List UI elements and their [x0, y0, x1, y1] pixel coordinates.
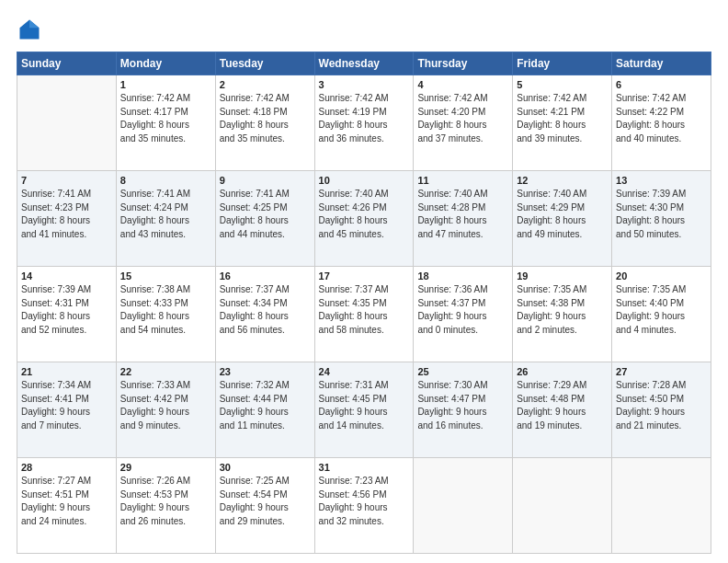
day-info: Sunrise: 7:35 AM Sunset: 4:40 PM Dayligh…	[616, 283, 707, 337]
day-info: Sunrise: 7:42 AM Sunset: 4:22 PM Dayligh…	[616, 92, 707, 145]
header	[17, 17, 711, 42]
day-number: 22	[120, 366, 211, 377]
day-info: Sunrise: 7:34 AM Sunset: 4:41 PM Dayligh…	[21, 379, 112, 432]
calendar-cell: 16Sunrise: 7:37 AM Sunset: 4:34 PM Dayli…	[215, 267, 314, 362]
day-number: 12	[517, 175, 608, 186]
day-info: Sunrise: 7:35 AM Sunset: 4:38 PM Dayligh…	[517, 283, 608, 337]
calendar-cell: 23Sunrise: 7:32 AM Sunset: 4:44 PM Dayli…	[215, 362, 314, 458]
day-number: 6	[616, 79, 707, 90]
day-number: 31	[319, 462, 410, 473]
calendar-cell: 8Sunrise: 7:41 AM Sunset: 4:24 PM Daylig…	[116, 171, 215, 267]
day-info: Sunrise: 7:30 AM Sunset: 4:47 PM Dayligh…	[417, 379, 508, 432]
calendar-cell: 5Sunrise: 7:42 AM Sunset: 4:21 PM Daylig…	[513, 75, 612, 171]
calendar-cell: 29Sunrise: 7:26 AM Sunset: 4:53 PM Dayli…	[116, 458, 215, 554]
day-number: 18	[417, 270, 508, 282]
day-number: 11	[417, 175, 508, 186]
day-info: Sunrise: 7:25 AM Sunset: 4:54 PM Dayligh…	[220, 475, 311, 528]
day-info: Sunrise: 7:42 AM Sunset: 4:18 PM Dayligh…	[220, 92, 311, 145]
weekday-header-saturday: Saturday	[612, 52, 711, 75]
calendar-table: SundayMondayTuesdayWednesdayThursdayFrid…	[17, 52, 711, 554]
day-number: 8	[120, 175, 211, 186]
calendar-cell: 10Sunrise: 7:40 AM Sunset: 4:26 PM Dayli…	[314, 171, 414, 267]
day-info: Sunrise: 7:39 AM Sunset: 4:31 PM Dayligh…	[21, 283, 112, 337]
calendar-cell: 4Sunrise: 7:42 AM Sunset: 4:20 PM Daylig…	[414, 75, 513, 171]
calendar-cell: 25Sunrise: 7:30 AM Sunset: 4:47 PM Dayli…	[414, 362, 513, 458]
calendar-cell	[414, 458, 513, 554]
day-number: 21	[21, 366, 112, 377]
day-info: Sunrise: 7:37 AM Sunset: 4:35 PM Dayligh…	[319, 283, 410, 337]
day-number: 15	[120, 270, 211, 282]
day-number: 14	[21, 270, 112, 282]
day-info: Sunrise: 7:42 AM Sunset: 4:19 PM Dayligh…	[319, 92, 410, 145]
day-number: 26	[517, 366, 608, 377]
calendar-cell: 27Sunrise: 7:28 AM Sunset: 4:50 PM Dayli…	[612, 362, 711, 458]
day-info: Sunrise: 7:41 AM Sunset: 4:25 PM Dayligh…	[220, 188, 311, 241]
day-info: Sunrise: 7:42 AM Sunset: 4:20 PM Dayligh…	[417, 92, 508, 145]
day-info: Sunrise: 7:41 AM Sunset: 4:23 PM Dayligh…	[21, 188, 112, 241]
day-number: 13	[616, 175, 707, 186]
day-info: Sunrise: 7:40 AM Sunset: 4:28 PM Dayligh…	[417, 188, 508, 241]
calendar-cell: 2Sunrise: 7:42 AM Sunset: 4:18 PM Daylig…	[215, 75, 314, 171]
day-number: 24	[319, 366, 410, 377]
calendar-cell: 24Sunrise: 7:31 AM Sunset: 4:45 PM Dayli…	[314, 362, 414, 458]
day-number: 25	[417, 366, 508, 377]
weekday-row: SundayMondayTuesdayWednesdayThursdayFrid…	[17, 52, 711, 75]
day-number: 27	[616, 366, 707, 377]
day-info: Sunrise: 7:37 AM Sunset: 4:34 PM Dayligh…	[220, 283, 311, 337]
calendar-header: SundayMondayTuesdayWednesdayThursdayFrid…	[17, 52, 711, 75]
day-info: Sunrise: 7:40 AM Sunset: 4:26 PM Dayligh…	[319, 188, 410, 241]
logo-icon	[17, 17, 42, 42]
day-number: 3	[319, 79, 410, 90]
day-info: Sunrise: 7:27 AM Sunset: 4:51 PM Dayligh…	[21, 475, 112, 528]
calendar-cell: 1Sunrise: 7:42 AM Sunset: 4:17 PM Daylig…	[116, 75, 215, 171]
day-number: 9	[220, 175, 311, 186]
weekday-header-thursday: Thursday	[414, 52, 513, 75]
day-info: Sunrise: 7:40 AM Sunset: 4:29 PM Dayligh…	[517, 188, 608, 241]
calendar-body: 1Sunrise: 7:42 AM Sunset: 4:17 PM Daylig…	[17, 75, 711, 554]
calendar-week-3: 21Sunrise: 7:34 AM Sunset: 4:41 PM Dayli…	[17, 362, 711, 458]
day-number: 7	[21, 175, 112, 186]
day-number: 28	[21, 462, 112, 473]
calendar-week-2: 14Sunrise: 7:39 AM Sunset: 4:31 PM Dayli…	[17, 267, 711, 362]
day-number: 5	[517, 79, 608, 90]
calendar-cell	[612, 458, 711, 554]
calendar-week-0: 1Sunrise: 7:42 AM Sunset: 4:17 PM Daylig…	[17, 75, 711, 171]
calendar-cell: 19Sunrise: 7:35 AM Sunset: 4:38 PM Dayli…	[513, 267, 612, 362]
calendar-cell: 7Sunrise: 7:41 AM Sunset: 4:23 PM Daylig…	[17, 171, 117, 267]
day-number: 23	[220, 366, 311, 377]
calendar-cell: 12Sunrise: 7:40 AM Sunset: 4:29 PM Dayli…	[513, 171, 612, 267]
calendar-cell: 9Sunrise: 7:41 AM Sunset: 4:25 PM Daylig…	[215, 171, 314, 267]
day-info: Sunrise: 7:41 AM Sunset: 4:24 PM Dayligh…	[120, 188, 211, 241]
calendar-cell: 14Sunrise: 7:39 AM Sunset: 4:31 PM Dayli…	[17, 267, 117, 362]
day-info: Sunrise: 7:28 AM Sunset: 4:50 PM Dayligh…	[616, 379, 707, 432]
weekday-header-friday: Friday	[513, 52, 612, 75]
calendar-cell: 26Sunrise: 7:29 AM Sunset: 4:48 PM Dayli…	[513, 362, 612, 458]
day-info: Sunrise: 7:39 AM Sunset: 4:30 PM Dayligh…	[616, 188, 707, 241]
calendar-week-4: 28Sunrise: 7:27 AM Sunset: 4:51 PM Dayli…	[17, 458, 711, 554]
calendar-cell: 6Sunrise: 7:42 AM Sunset: 4:22 PM Daylig…	[612, 75, 711, 171]
day-number: 20	[616, 270, 707, 282]
logo	[17, 17, 44, 42]
calendar-cell: 17Sunrise: 7:37 AM Sunset: 4:35 PM Dayli…	[314, 267, 414, 362]
weekday-header-monday: Monday	[116, 52, 215, 75]
day-number: 4	[417, 79, 508, 90]
weekday-header-wednesday: Wednesday	[314, 52, 414, 75]
page: SundayMondayTuesdayWednesdayThursdayFrid…	[0, 0, 728, 563]
calendar-cell	[513, 458, 612, 554]
day-number: 2	[220, 79, 311, 90]
calendar-cell: 28Sunrise: 7:27 AM Sunset: 4:51 PM Dayli…	[17, 458, 117, 554]
day-info: Sunrise: 7:31 AM Sunset: 4:45 PM Dayligh…	[319, 379, 410, 432]
day-number: 17	[319, 270, 410, 282]
day-number: 30	[220, 462, 311, 473]
day-info: Sunrise: 7:29 AM Sunset: 4:48 PM Dayligh…	[517, 379, 608, 432]
day-info: Sunrise: 7:23 AM Sunset: 4:56 PM Dayligh…	[319, 475, 410, 528]
day-number: 10	[319, 175, 410, 186]
calendar-cell: 18Sunrise: 7:36 AM Sunset: 4:37 PM Dayli…	[414, 267, 513, 362]
day-number: 16	[220, 270, 311, 282]
weekday-header-sunday: Sunday	[17, 52, 117, 75]
day-info: Sunrise: 7:33 AM Sunset: 4:42 PM Dayligh…	[120, 379, 211, 432]
weekday-header-tuesday: Tuesday	[215, 52, 314, 75]
day-info: Sunrise: 7:36 AM Sunset: 4:37 PM Dayligh…	[417, 283, 508, 337]
calendar-cell: 20Sunrise: 7:35 AM Sunset: 4:40 PM Dayli…	[612, 267, 711, 362]
day-number: 29	[120, 462, 211, 473]
